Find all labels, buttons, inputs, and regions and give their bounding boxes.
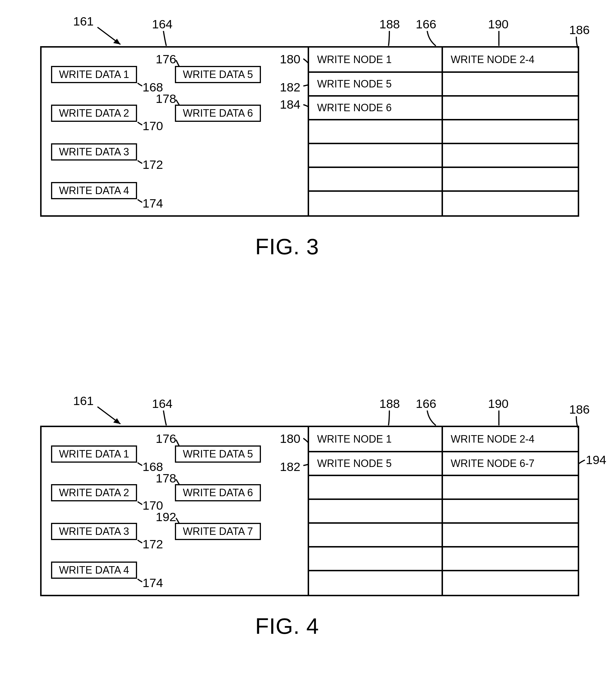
- fig3-title: FIG. 3: [255, 234, 319, 260]
- fig4-leaders: [0, 372, 611, 630]
- fig3-leaders: [0, 0, 611, 258]
- page: WRITE DATA 1 WRITE DATA 2 WRITE DATA 3 W…: [0, 0, 611, 700]
- fig4-title: FIG. 4: [255, 613, 319, 639]
